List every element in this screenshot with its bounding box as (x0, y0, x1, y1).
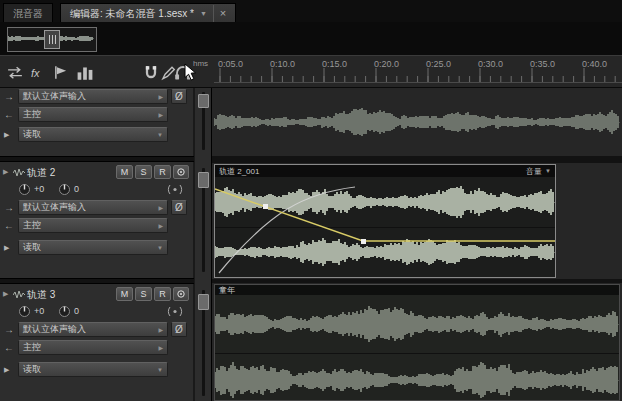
envelope-label: 音量 (526, 166, 542, 177)
track2-clip-header[interactable]: 轨道 2_001 音量 ▼ (215, 165, 555, 177)
tab-close-icon[interactable]: × (213, 5, 226, 22)
fx-rack-icon[interactable]: fx (31, 66, 49, 82)
track1-input-select[interactable]: 默认立体声输入 ▶ (18, 89, 168, 104)
track3-clip[interactable]: 童年 (214, 284, 620, 401)
input-arrow-icon: → (4, 200, 14, 215)
panel-tab-bar: 混音器 编辑器: 未命名混音 1.sesx * ▼ × (0, 0, 622, 23)
track3-clip-waveform-left (215, 297, 619, 351)
track3-clip-title: 童年 (219, 285, 235, 296)
track3-phase-button[interactable]: Ø (171, 322, 187, 337)
mouse-cursor (184, 63, 197, 82)
track2-name[interactable]: 轨道 2 (27, 166, 55, 180)
track3-input-label: 默认立体声输入 (23, 323, 86, 336)
track3-clip-header[interactable]: 童年 (215, 285, 619, 295)
track-control-panel: → 默认立体声输入 ▶ Ø ← 主控 ▶ ▶ 读取 ▼ ▶ 轨道 2 M S R (0, 88, 194, 401)
track1-output-select[interactable]: 主控 ▶ (18, 107, 168, 122)
track3-lane[interactable]: 童年 (212, 283, 622, 401)
ruler-tick-label: 0:35.0 (530, 59, 555, 69)
track2-volume-knob[interactable] (18, 183, 31, 196)
chevron-down-icon: ▼ (157, 367, 163, 373)
metering-icon[interactable] (76, 65, 94, 81)
expand-automation-icon[interactable]: ▶ (4, 127, 9, 142)
output-arrow-icon: ← (4, 107, 14, 122)
ruler-tick-label: 0:20.0 (374, 59, 399, 69)
track3-name[interactable]: 轨道 3 (27, 288, 55, 302)
track2-automation-select[interactable]: 读取 ▼ (18, 240, 168, 255)
track1-output-label: 主控 (23, 108, 41, 121)
track3-solo-button[interactable]: S (135, 287, 152, 301)
track2-record-arm-button[interactable]: R (154, 165, 171, 179)
track3-fader-handle[interactable] (198, 294, 209, 310)
envelope-keyframe[interactable] (263, 204, 268, 209)
toggle-tracks-icon[interactable] (6, 65, 24, 81)
zoom-navigator-bar[interactable] (0, 22, 622, 55)
track2-volume-value: +0 (34, 184, 44, 194)
track2-output-label: 主控 (23, 219, 41, 232)
clip-envelope-selector[interactable]: 音量 ▼ (526, 166, 551, 177)
track2-automation-label: 读取 (23, 241, 41, 254)
track-fader-strip (194, 88, 212, 401)
track3-pan-knob[interactable] (58, 305, 71, 318)
track2-input-label: 默认立体声输入 (23, 201, 86, 214)
track3-automation-select[interactable]: 读取 ▼ (18, 362, 168, 377)
track3-input-select[interactable]: 默认立体声输入 ▶ (18, 322, 168, 337)
envelope-keyframe[interactable] (361, 239, 366, 244)
track1-lane[interactable] (212, 88, 622, 156)
track2-phase-button[interactable]: Ø (171, 200, 187, 215)
track3-output-select[interactable]: 主控 ▶ (18, 340, 168, 355)
track3-mute-button[interactable]: M (116, 287, 133, 301)
track-divider (0, 156, 194, 162)
volume-envelope-overlay[interactable] (215, 177, 556, 278)
chevron-down-icon: ▼ (157, 132, 163, 138)
chevron-right-icon: ▶ (158, 204, 163, 211)
output-level-icon (166, 184, 184, 195)
output-level-icon (166, 306, 184, 317)
track2-lane[interactable]: 轨道 2_001 音量 ▼ (212, 163, 622, 279)
timeline-area[interactable]: 轨道 2_001 音量 ▼ (212, 88, 622, 401)
track2-input-select[interactable]: 默认立体声输入 ▶ (18, 200, 168, 215)
input-arrow-icon: → (4, 89, 14, 104)
track2-clip[interactable]: 轨道 2_001 音量 ▼ (214, 164, 556, 278)
track2-input-monitor-button[interactable] (173, 165, 189, 179)
track3-clip-waveform-right (215, 355, 619, 401)
track2-pan-knob[interactable] (58, 183, 71, 196)
tab-mixer-label: 混音器 (13, 8, 43, 19)
track2-fader-handle[interactable] (198, 172, 209, 188)
chevron-right-icon: ▶ (158, 326, 163, 333)
channel-divider (215, 353, 619, 354)
monitor-icon (176, 289, 186, 299)
navigator-range-box[interactable] (7, 27, 97, 52)
track3-volume-knob[interactable] (18, 305, 31, 318)
track3-input-monitor-button[interactable] (173, 287, 189, 301)
track3-knob-row: +0 0 (0, 304, 194, 319)
audition-multitrack-window: 混音器 编辑器: 未命名混音 1.sesx * ▼ × fx (0, 0, 622, 401)
track1-phase-button[interactable]: Ø (171, 89, 187, 104)
track2-mute-button[interactable]: M (116, 165, 133, 179)
track3-output-label: 主控 (23, 341, 41, 354)
track1-fader-handle[interactable] (198, 94, 209, 108)
marker-tool-icon[interactable] (52, 65, 70, 81)
output-arrow-icon: ← (4, 340, 14, 355)
input-arrow-icon: → (4, 322, 14, 337)
tab-menu-arrow-icon[interactable]: ▼ (200, 4, 207, 23)
expand-automation-icon[interactable]: ▶ (4, 240, 9, 255)
track-divider (0, 278, 194, 284)
track3-automation-label: 读取 (23, 363, 41, 376)
navigator-grip[interactable] (44, 30, 60, 49)
tab-mixer[interactable]: 混音器 (3, 3, 53, 23)
timeline-ruler[interactable]: hms 0:05.00:10.00:15.00:20.00:25.00:30.0… (190, 55, 622, 88)
track2-header: ▶ 轨道 2 M S R (0, 165, 194, 180)
collapse-track-icon[interactable]: ▶ (3, 290, 8, 298)
track1-automation-select[interactable]: 读取 ▼ (18, 127, 168, 142)
chevron-right-icon: ▶ (158, 222, 163, 229)
track2-solo-button[interactable]: S (135, 165, 152, 179)
track3-record-arm-button[interactable]: R (154, 287, 171, 301)
track2-output-select[interactable]: 主控 ▶ (18, 218, 168, 233)
expand-automation-icon[interactable]: ▶ (4, 362, 9, 377)
ruler-tick-label: 0:25.0 (426, 59, 451, 69)
snap-icon[interactable] (142, 65, 160, 81)
tab-editor-label: 编辑器: 未命名混音 1.sesx * (70, 4, 194, 23)
ruler-tick-label: 0:05.0 (218, 59, 243, 69)
tab-editor[interactable]: 编辑器: 未命名混音 1.sesx * ▼ × (60, 3, 236, 23)
collapse-track-icon[interactable]: ▶ (3, 168, 8, 176)
